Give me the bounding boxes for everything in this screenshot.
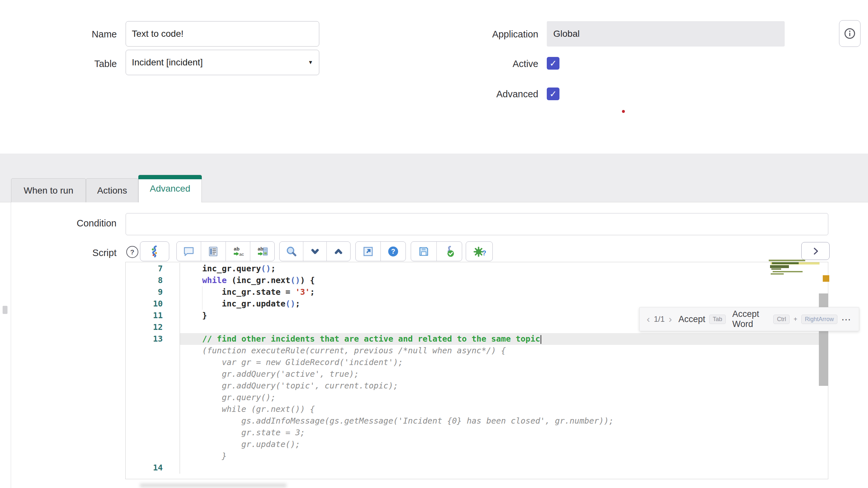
toolbar-group: ? [355,241,406,261]
comment-icon [183,245,195,258]
line-number [126,438,180,450]
find-prev-button[interactable] [327,242,350,261]
code-text: // find other incidents that are active … [180,333,828,345]
ghost-suggestion-line[interactable]: } [126,450,828,462]
code-text: while (gr.next()) { [180,403,828,415]
name-input[interactable]: Text to code! [126,21,319,46]
ghost-suggestion-line[interactable]: var gr = new GlideRecord('incident'); [126,357,828,368]
script-code-editor[interactable]: 7 inc_gr.query();8 while (inc_gr.next())… [125,262,828,479]
expand-script-button[interactable] [801,242,830,260]
save-icon [417,245,430,258]
next-suggestion-button[interactable]: › [669,314,672,324]
code-text: while (inc_gr.next()) { [180,274,828,286]
find-button[interactable] [280,242,303,261]
ghost-suggestion-line[interactable]: gr.update(); [126,438,828,450]
line-number [126,403,180,415]
code-text: gr.addQuery('active', true); [180,368,828,380]
tab-label: When to run [24,186,73,196]
debug-button[interactable]: ? [466,242,492,261]
find-next-icon [310,246,320,257]
chevron-down-icon: ▼ [308,60,313,65]
code-line[interactable]: 13 // find other incidents that are acti… [126,333,828,345]
svg-text:ac: ac [239,252,244,257]
code-text: gr.state = 3; [180,427,828,438]
code-line[interactable]: 9 inc_gr.state = '3'; [126,286,828,298]
format-code-icon [207,245,219,258]
tab-advanced[interactable]: Advanced [138,175,202,202]
open-window-button[interactable] [356,242,380,261]
advanced-checkbox[interactable]: ✓ [547,88,559,100]
line-number [126,380,180,392]
toolbar-group: abacab [177,241,275,261]
info-circle-icon [844,27,856,40]
script-label: Script [39,248,117,258]
find-next-button[interactable] [303,242,327,261]
code-line[interactable]: 14 [126,462,828,474]
condition-input[interactable] [126,213,828,235]
table-select[interactable]: Incident [incident] ▼ [126,50,319,75]
line-number: 9 [126,286,180,298]
help-button[interactable]: ? [380,242,405,261]
ghost-suggestion-line[interactable]: while (gr.next()) { [126,403,828,415]
annotation-marker [823,275,829,282]
syntax-editor-button[interactable] [140,241,169,261]
application-field: Global [547,21,785,46]
code-text: gr.query(); [180,392,828,403]
code-text: gr.addQuery('topic', current.topic); [180,380,828,392]
line-number [126,357,180,368]
code-text: gs.addInfoMessage(gs.getMessage('Inciden… [180,415,828,427]
ghost-suggestion-line[interactable]: gr.query(); [126,392,828,403]
active-checkbox[interactable]: ✓ [547,57,559,70]
code-line[interactable]: 7 inc_gr.query(); [126,263,828,274]
open-window-icon [362,245,374,258]
replace-all-icon: ab [256,245,269,258]
replace-all-button[interactable]: ab [250,242,274,261]
line-number [126,368,180,380]
accept-button[interactable]: Accept [678,314,705,324]
inline-suggestion-toolbar: ‹ 1/1 › Accept Tab Accept Word Ctrl + Ri… [639,307,859,331]
ghost-suggestion-line[interactable]: gr.addQuery('active', true); [126,368,828,380]
line-number: 13 [126,333,180,345]
find-prev-icon [333,246,344,257]
tab-actions[interactable]: Actions [86,178,138,202]
code-text: gr.update(); [180,438,828,450]
suggestion-pager: 1/1 [654,315,664,324]
line-number [126,345,180,357]
toolbar-group: ? [466,241,493,261]
name-label: Name [49,29,117,40]
format-code-button[interactable] [201,242,225,261]
syntax-check-icon [443,245,455,258]
code-minimap [768,259,820,276]
tab-label: Advanced [150,184,190,194]
comment-button[interactable] [177,242,201,261]
more-options-button[interactable]: ⋯ [841,314,852,325]
ghost-suggestion-line[interactable]: gr.state = 3; [126,427,828,438]
application-info-button[interactable] [839,20,861,47]
check-icon: ✓ [549,58,557,69]
svg-text:?: ? [391,248,395,255]
script-help-button[interactable]: ? [126,246,138,258]
find-icon [285,245,298,258]
ctrl-key-badge: Ctrl [773,315,789,324]
name-value: Text to code! [132,29,184,39]
toolbar-group [279,241,350,261]
replace-button[interactable]: abac [225,242,250,261]
tab-when-to-run[interactable]: When to run [11,178,86,202]
help-icon: ? [387,245,399,258]
plus-sign: + [794,316,797,323]
help-icon: ? [126,246,138,258]
ghost-suggestion-line[interactable]: gs.addInfoMessage(gs.getMessage('Inciden… [126,415,828,427]
save-button[interactable] [411,242,436,261]
table-value: Incident [incident] [132,57,203,68]
syntax-check-button[interactable] [436,242,462,261]
tab-strip: When to runActionsAdvanced [11,175,202,202]
accept-word-button[interactable]: Accept Word [732,309,769,329]
code-text [180,462,828,474]
ghost-suggestion-line[interactable]: (function executeRule(current, previous … [126,345,828,357]
code-text: inc_gr.state = '3'; [180,286,828,298]
code-line[interactable]: 8 while (inc_gr.next()) { [126,274,828,286]
ghost-suggestion-line[interactable]: gr.addQuery('topic', current.topic); [126,380,828,392]
toolbar-group [411,241,462,261]
previous-suggestion-button[interactable]: ‹ [647,314,650,324]
advanced-label: Advanced [449,89,538,100]
